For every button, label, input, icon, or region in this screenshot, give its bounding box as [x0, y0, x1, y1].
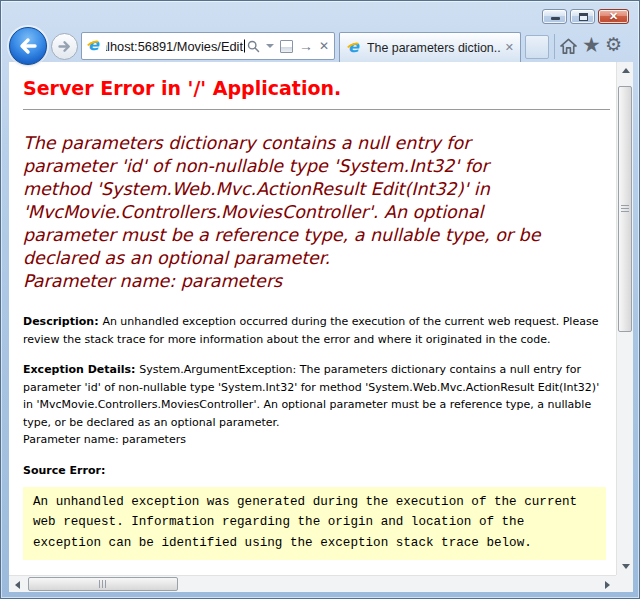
favorites-star-icon[interactable]: ★	[582, 34, 601, 55]
tab-favicon-icon: e	[346, 40, 363, 56]
forward-arrow-icon	[56, 38, 73, 55]
scroll-right-icon	[605, 581, 610, 589]
ie-favicon-icon: e	[86, 38, 103, 54]
horizontal-scrollbar[interactable]	[9, 575, 616, 592]
error-page: Server Error in '/' Application. The par…	[9, 62, 616, 575]
home-icon[interactable]	[559, 37, 578, 59]
scroll-down-icon	[622, 564, 630, 569]
tab-server-error[interactable]: e The parameters diction... ✕	[339, 32, 521, 62]
forward-button[interactable]	[51, 33, 78, 60]
browser-window: ✕ e localhost:56891/Movies/Edit → ✕ e Th…	[0, 0, 640, 599]
exception-details-paragraph: Exception Details: System.ArgumentExcept…	[23, 361, 610, 449]
maximize-button[interactable]	[570, 9, 595, 24]
vertical-scrollbar[interactable]	[616, 62, 633, 575]
back-button[interactable]	[9, 27, 47, 65]
close-button[interactable]: ✕	[598, 9, 629, 24]
address-bar[interactable]: e localhost:56891/Movies/Edit → ✕	[81, 32, 335, 60]
compatibility-view-icon[interactable]	[280, 40, 293, 53]
window-controls: ✕	[542, 9, 629, 24]
scroll-right-button[interactable]	[599, 576, 616, 592]
scroll-down-button[interactable]	[617, 558, 633, 575]
scroll-up-icon	[622, 68, 630, 73]
minimize-button[interactable]	[542, 9, 567, 24]
tab-title: The parameters diction...	[367, 41, 501, 55]
scroll-left-icon	[15, 581, 20, 589]
thumb-grip-icon	[99, 580, 107, 588]
maximize-icon	[579, 13, 588, 21]
tab-close-icon[interactable]: ✕	[505, 42, 514, 53]
stop-icon[interactable]: ✕	[319, 40, 329, 52]
settings-gear-icon[interactable]: ⚙	[605, 35, 622, 54]
source-error-code-box: An unhandled exception was generated dur…	[23, 487, 606, 561]
new-tab-button[interactable]	[525, 35, 549, 59]
page-content-area: Server Error in '/' Application. The par…	[9, 62, 633, 592]
error-message: The parameters dictionary contains a nul…	[23, 132, 610, 293]
toolbar-separator	[554, 34, 555, 59]
url-input[interactable]: localhost:56891/Movies/Edit	[106, 39, 245, 54]
go-arrow-icon[interactable]: →	[299, 39, 313, 53]
search-icon[interactable]	[247, 40, 260, 53]
divider	[23, 109, 610, 110]
thumb-grip-icon	[621, 205, 629, 213]
vertical-scroll-thumb[interactable]	[618, 86, 632, 332]
back-arrow-icon	[16, 34, 40, 58]
address-dropdown-icon[interactable]	[266, 44, 274, 48]
description-label: Description:	[23, 315, 102, 328]
exception-parameter-line: Parameter name: parameters	[23, 431, 610, 449]
exception-details-label: Exception Details:	[23, 363, 139, 376]
page-title: Server Error in '/' Application.	[23, 77, 610, 99]
close-icon: ✕	[599, 10, 628, 23]
scroll-up-button[interactable]	[617, 62, 633, 79]
description-paragraph: Description: An unhandled exception occu…	[23, 313, 610, 348]
scrollbar-corner	[616, 575, 633, 592]
description-text: An unhandled exception occurred during t…	[23, 315, 598, 346]
horizontal-scroll-thumb[interactable]	[28, 577, 178, 591]
scroll-left-button[interactable]	[9, 576, 26, 592]
minimize-icon	[551, 17, 560, 20]
source-error-label: Source Error:	[23, 464, 610, 477]
title-bar[interactable]: ✕	[1, 1, 639, 31]
